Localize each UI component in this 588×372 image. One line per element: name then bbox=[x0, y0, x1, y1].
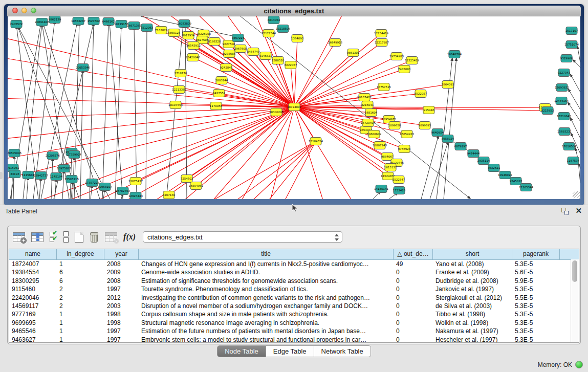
network-node[interactable]: 15720407 bbox=[361, 119, 375, 127]
network-node[interactable]: 18107554 bbox=[168, 101, 183, 109]
network-node[interactable]: 9227343 bbox=[558, 69, 571, 77]
network-node[interactable]: 16554951 bbox=[189, 182, 203, 190]
network-node[interactable]: 20691406 bbox=[35, 18, 49, 26]
network-node[interactable]: 9861301 bbox=[347, 49, 360, 57]
network-node[interactable]: 8813054 bbox=[268, 16, 280, 24]
table-row[interactable]: 1872400712008Changes of HCN gene express… bbox=[9, 260, 579, 268]
network-node[interactable]: 20206576 bbox=[46, 152, 60, 160]
network-node[interactable]: 21265344 bbox=[519, 184, 533, 191]
network-node[interactable]: 2803144 bbox=[215, 77, 228, 84]
network-node[interactable]: 7857224 bbox=[232, 34, 245, 42]
network-node[interactable]: 1145194 bbox=[50, 173, 63, 181]
network-node[interactable]: 18300295 bbox=[269, 108, 284, 116]
panel-collapse-handle[interactable] bbox=[0, 172, 3, 179]
network-node[interactable]: 15751074 bbox=[564, 41, 579, 49]
network-node[interactable]: 9640954 bbox=[431, 129, 444, 137]
table-row[interactable]: 946362711997Embryonic stem cells: a mode… bbox=[9, 336, 579, 343]
network-node[interactable]: 1364093 bbox=[291, 35, 304, 42]
network-node[interactable]: 9275685 bbox=[223, 50, 236, 58]
network-graph[interactable]: 1872400718300295716382288601288912934282… bbox=[8, 16, 580, 199]
vertical-scrollbar[interactable] bbox=[571, 259, 579, 342]
network-node[interactable]: 8454749 bbox=[247, 48, 260, 56]
network-node[interactable]: 16648784 bbox=[447, 51, 462, 58]
network-node[interactable]: 1588520 bbox=[272, 57, 285, 64]
column-header-pagerank[interactable]: pagerank bbox=[512, 249, 560, 259]
network-node[interactable]: 18807243 bbox=[373, 142, 387, 149]
table-row[interactable]: 946554611997Estimation of the future num… bbox=[9, 327, 579, 335]
table-row[interactable]: 977716911998Corpus callosum shape and si… bbox=[9, 310, 579, 318]
network-node[interactable]: 33193 bbox=[9, 170, 20, 178]
network-node[interactable]: 7163822 bbox=[155, 27, 168, 34]
network-node[interactable]: 16649916 bbox=[328, 39, 342, 47]
tab-network-table[interactable]: Network Table bbox=[314, 345, 371, 357]
network-node[interactable]: 3216041 bbox=[361, 101, 374, 109]
network-node[interactable]: 915446 bbox=[423, 106, 434, 114]
network-node[interactable]: 12444154 bbox=[554, 97, 569, 105]
network-node[interactable]: 1615132 bbox=[384, 164, 397, 171]
network-node[interactable]: 8860128 bbox=[168, 29, 181, 37]
network-node[interactable]: 15122544 bbox=[262, 30, 276, 37]
network-node[interactable]: 17359924 bbox=[67, 151, 81, 159]
network-node[interactable]: 9329966 bbox=[560, 55, 573, 62]
network-node[interactable]: 10958107 bbox=[98, 183, 112, 191]
table-settings-icon[interactable] bbox=[13, 232, 25, 242]
network-node[interactable]: 17016504 bbox=[562, 143, 576, 150]
network-node[interactable]: 16654923 bbox=[400, 130, 414, 138]
network-node[interactable]: 2935114 bbox=[477, 157, 490, 165]
resize-grip-icon[interactable] bbox=[573, 191, 580, 199]
column-header-short[interactable]: short bbox=[433, 249, 512, 259]
column-header-year[interactable]: year bbox=[104, 249, 139, 259]
network-node[interactable]: 1170056 bbox=[210, 102, 223, 110]
network-node[interactable]: 20053346 bbox=[76, 64, 90, 72]
network-node[interactable]: 12923443 bbox=[128, 192, 143, 200]
deselect-columns-icon[interactable] bbox=[63, 230, 69, 244]
network-node[interactable]: 2718176 bbox=[175, 70, 187, 77]
network-node[interactable]: 9242845 bbox=[220, 64, 233, 72]
network-node[interactable]: 10688609 bbox=[367, 130, 381, 138]
network-node[interactable]: 12217987 bbox=[375, 39, 389, 47]
network-node[interactable]: 1115681 bbox=[22, 171, 35, 179]
network-node[interactable]: 9245012 bbox=[510, 178, 522, 185]
network-node[interactable]: 19734983 bbox=[389, 53, 404, 60]
network-node[interactable]: 18724007 bbox=[287, 103, 301, 111]
network-node[interactable]: 1527602 bbox=[88, 17, 100, 25]
network-node[interactable]: 2522547 bbox=[393, 176, 405, 184]
network-node[interactable]: 13184554 bbox=[309, 138, 323, 145]
network-node[interactable]: 14135141 bbox=[374, 185, 388, 193]
network-node[interactable]: 19218506 bbox=[276, 25, 290, 33]
network-node[interactable]: 8267130 bbox=[163, 191, 176, 199]
network-node[interactable]: 8427552 bbox=[213, 90, 226, 97]
network-node[interactable]: 7512063 bbox=[141, 24, 154, 32]
network-node[interactable]: 15693231 bbox=[557, 128, 572, 136]
column-header-name[interactable]: name bbox=[9, 249, 57, 259]
network-node[interactable]: 11675437 bbox=[128, 178, 143, 185]
network-node[interactable]: 8912934 bbox=[182, 32, 195, 39]
network-node[interactable]: 6466162 bbox=[102, 18, 115, 26]
float-panel-icon[interactable] bbox=[561, 208, 569, 215]
scrollbar-thumb[interactable] bbox=[572, 260, 577, 282]
tab-node-table[interactable]: Node Table bbox=[217, 345, 266, 357]
network-node[interactable]: 8186328 bbox=[208, 38, 221, 46]
network-node[interactable]: 9756928 bbox=[398, 145, 411, 153]
network-node[interactable]: 1681604 bbox=[365, 109, 378, 117]
network-node[interactable]: 9899695 bbox=[419, 122, 431, 129]
network-node[interactable]: 12213389 bbox=[172, 86, 186, 94]
column-header-indegree[interactable]: in_degree bbox=[57, 249, 104, 259]
network-node[interactable]: 1864093 bbox=[442, 81, 454, 89]
network-node[interactable]: 12254419 bbox=[374, 30, 388, 37]
network-node[interactable]: 2405572 bbox=[10, 20, 23, 28]
network-node[interactable]: 12093832 bbox=[555, 84, 569, 92]
network-node[interactable]: 7632621 bbox=[488, 164, 500, 172]
select-columns-icon[interactable]: ✔ ✔ bbox=[50, 231, 57, 243]
network-node[interactable]: 10975887 bbox=[57, 165, 71, 172]
network-node[interactable]: 1733426 bbox=[393, 187, 406, 194]
network-node[interactable]: 16033809 bbox=[177, 20, 191, 28]
network-node[interactable]: 8958924 bbox=[442, 135, 454, 143]
network-node[interactable]: 1517107 bbox=[565, 27, 578, 35]
table-row[interactable]: 911546021997Tourette syndrome. Phenomeno… bbox=[9, 285, 579, 293]
network-node[interactable]: 13942737 bbox=[34, 172, 48, 180]
table-row[interactable]: 1456911722003Disruption of a novel membe… bbox=[9, 302, 579, 310]
network-node[interactable]: 7254502 bbox=[181, 175, 193, 183]
network-node[interactable]: 9862139 bbox=[49, 16, 61, 24]
network-node[interactable]: 16671385 bbox=[127, 22, 141, 30]
